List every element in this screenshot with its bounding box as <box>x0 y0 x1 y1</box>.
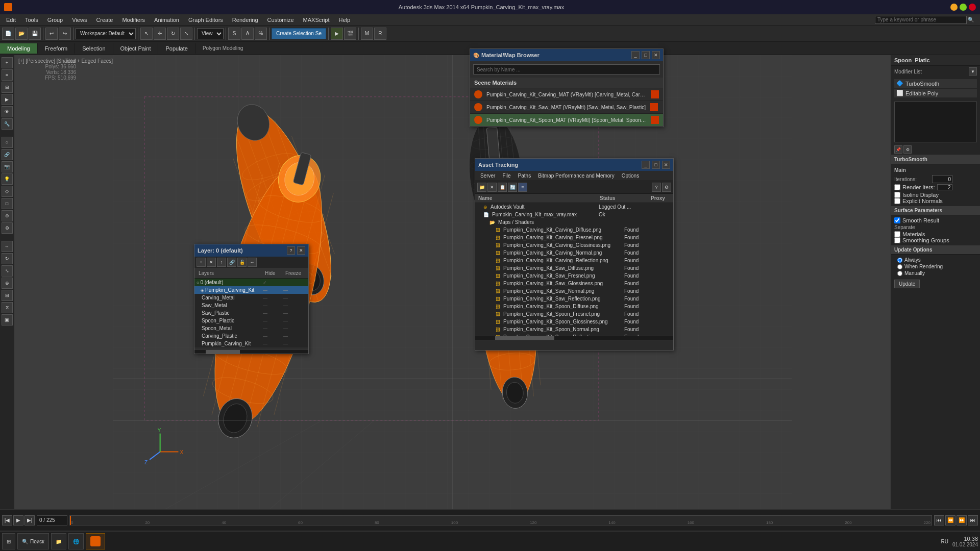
explicit-normals-checkbox[interactable] <box>894 198 900 204</box>
asset-row-carving-normal[interactable]: 🖼 Pumpkin_Carving_Kit_Carving_Normal.png… <box>475 249 673 257</box>
tab-populate[interactable]: Populate <box>158 43 195 54</box>
menu-animation[interactable]: Animation <box>150 16 183 24</box>
layer-dialog-close[interactable]: ✕ <box>297 246 305 255</box>
frame-counter[interactable]: 0 / 225 <box>37 515 67 525</box>
modify-tools[interactable]: ≡ <box>2 69 13 81</box>
layer-scrollbar[interactable] <box>194 349 308 354</box>
layer-dialog-help[interactable]: ? <box>287 246 295 255</box>
shape-tool[interactable]: □ <box>2 198 13 209</box>
materials-checkbox[interactable] <box>894 231 900 237</box>
layer-tb-create[interactable]: + <box>197 258 206 267</box>
asset-tb-help[interactable]: ? <box>652 183 661 192</box>
layer-row-carving-metal[interactable]: Carving_Metal — — <box>194 294 308 302</box>
layer-row-carving-plastic[interactable]: Carving_Plastic — — <box>194 332 308 340</box>
save-button[interactable]: 💾 <box>29 28 41 40</box>
utilities-tools[interactable]: 🔧 <box>2 118 13 130</box>
asset-row-saw-glossiness[interactable]: 🖼 Pumpkin_Carving_Kit_Saw_Glossiness.png… <box>475 280 673 287</box>
redo-button[interactable]: ↪ <box>59 28 71 40</box>
tab-freeform[interactable]: Freeform <box>38 43 76 54</box>
mat-browser-header[interactable]: 🎨 Material/Map Browser _ □ ✕ <box>470 49 663 61</box>
layer-tb-move[interactable]: ↑ <box>217 258 226 267</box>
render-setup-button[interactable]: R <box>374 28 386 40</box>
layer-tb-unlink[interactable]: 🔓 <box>237 258 247 267</box>
tab-selection[interactable]: Selection <box>75 43 113 54</box>
material-item-3[interactable]: Pumpkin_Carving_Kit_Spoon_MAT (VRayMtl) … <box>470 114 663 127</box>
workspace-dropdown[interactable]: Workspace: Default <box>76 28 136 39</box>
turbosmooth-section-header[interactable]: TurboSmooth <box>891 155 980 164</box>
maximize-button[interactable] <box>960 4 967 11</box>
play-btn[interactable]: ▶ <box>13 515 23 525</box>
explorer-btn[interactable]: 📁 <box>51 533 66 549</box>
layer-0-vis[interactable]: ✓ <box>263 280 283 285</box>
asset-tb-btn4[interactable]: 🔄 <box>508 183 517 192</box>
asset-tb-btn5[interactable]: ≡ <box>518 183 527 192</box>
pin-icon[interactable]: 📌 <box>894 145 902 154</box>
layer-row-pumpkin-kit[interactable]: Pumpkin_Carving_Kit — — <box>194 340 308 347</box>
move-button[interactable]: ✛ <box>154 28 166 40</box>
layer-row-default[interactable]: ○ 0 (default) ✓ <box>194 279 308 286</box>
geo-tool[interactable]: ◇ <box>2 186 13 197</box>
material-item-1[interactable]: Pumpkin_Carving_Kit_Carving_MAT (VRayMtl… <box>470 88 663 101</box>
asset-row-maxfile[interactable]: 📄 Pumpkin_Carving_Kit_max_vray.max Ok <box>475 211 673 218</box>
cfg-icon[interactable]: ⚙ <box>903 145 912 154</box>
layer-saw-metal-vis[interactable]: — <box>263 303 283 308</box>
menu-graph-editors[interactable]: Graph Editors <box>184 16 227 24</box>
search-taskbar-btn[interactable]: 🔍 Поиск <box>17 533 49 549</box>
menu-customize[interactable]: Customize <box>263 16 298 24</box>
layer-pumpkin-freeze[interactable]: — <box>283 288 306 293</box>
helpers-tool[interactable]: ⊕ <box>2 210 13 221</box>
asset-row-spoon-diffuse[interactable]: 🖼 Pumpkin_Carving_Kit_Spoon_Diffuse.png … <box>475 303 673 310</box>
anim-btn-1[interactable]: ⏮ <box>934 515 944 525</box>
create-tools[interactable]: + <box>2 57 13 68</box>
render-iters-input[interactable] <box>937 184 952 190</box>
search-icon[interactable]: 🔍 <box>968 17 974 22</box>
rotate-tool[interactable]: ↻ <box>2 253 13 264</box>
layer-dialog-header[interactable]: Layer: 0 (default) ? ✕ <box>194 244 308 257</box>
asset-row-spoon-glossiness[interactable]: 🖼 Pumpkin_Carving_Kit_Spoon_Glossiness.p… <box>475 318 673 325</box>
asset-row-carving-fresnel[interactable]: 🖼 Pumpkin_Carving_Kit_Carving_Fresnel.pn… <box>475 234 673 241</box>
asset-row-saw-normal[interactable]: 🖼 Pumpkin_Carving_Kit_Saw_Normal.png Fou… <box>475 287 673 295</box>
layer-carving-plastic-freeze[interactable]: — <box>283 334 306 339</box>
percent-snap[interactable]: % <box>255 28 267 40</box>
layer-saw-plastic-freeze[interactable]: — <box>283 311 306 316</box>
asset-row-vault[interactable]: ⊕ Autodesk Vault Logged Out ... <box>475 203 673 211</box>
anim-btn-4[interactable]: ⏭ <box>968 515 978 525</box>
start-button[interactable]: ⊞ <box>2 533 15 549</box>
viewport-3d[interactable]: [+] [Perspective] [Shaded + Edged Faces]… <box>14 55 891 509</box>
view-dropdown[interactable]: View <box>197 28 224 39</box>
next-frame-btn[interactable]: ▶| <box>24 515 35 525</box>
menu-views[interactable]: Views <box>68 16 91 24</box>
mat-browser-close[interactable]: ✕ <box>652 51 660 59</box>
new-button[interactable]: 📄 <box>2 28 14 40</box>
tab-modeling[interactable]: Modeling <box>0 43 38 54</box>
when-rendering-radio[interactable] <box>897 264 902 269</box>
menu-edit[interactable]: Edit <box>2 16 20 24</box>
asset-tracking-minimize[interactable]: _ <box>642 161 650 169</box>
array-tool[interactable]: ▣ <box>2 314 13 325</box>
mat-search-input[interactable] <box>473 64 660 74</box>
asset-row-saw-fresnel[interactable]: 🖼 Pumpkin_Carving_Kit_Saw_Fresnel.png Fo… <box>475 272 673 280</box>
hierarchy-tools[interactable]: ⊞ <box>2 82 13 93</box>
layer-carving-plastic-vis[interactable]: — <box>263 334 283 339</box>
asset-row-carving-diffuse[interactable]: 🖼 Pumpkin_Carving_Kit_Carving_Diffuse.pn… <box>475 226 673 234</box>
layer-row-pumpkin[interactable]: ◈ Pumpkin_Carving_Kit — — <box>194 286 308 294</box>
link-tool[interactable]: 🔗 <box>2 149 13 160</box>
smoothing-groups-checkbox[interactable] <box>894 237 900 243</box>
tab-object-paint[interactable]: Object Paint <box>113 43 159 54</box>
anim-btn-2[interactable]: ⏪ <box>945 515 955 525</box>
menu-rendering[interactable]: Rendering <box>228 16 262 24</box>
layer-scrollbar-thumb[interactable] <box>206 350 240 354</box>
layer-carving-metal-vis[interactable]: — <box>263 295 283 300</box>
render-button[interactable]: 🎬 <box>344 28 356 40</box>
mirror-tool[interactable]: ⧖ <box>2 302 13 313</box>
layer-tb-link[interactable]: 🔗 <box>227 258 236 267</box>
systems-tool[interactable]: ⚙ <box>2 222 13 234</box>
layer-carving-metal-freeze[interactable]: — <box>283 295 306 300</box>
layer-pumpkin-kit-freeze[interactable]: — <box>283 341 306 346</box>
light-tool[interactable]: 💡 <box>2 173 13 185</box>
asset-row-carving-reflection[interactable]: 🖼 Pumpkin_Carving_Kit_Carving_Reflection… <box>475 257 673 264</box>
menu-modifiers[interactable]: Modifiers <box>118 16 149 24</box>
asset-row-spoon-fresnel[interactable]: 🖼 Pumpkin_Carving_Kit_Spoon_Fresnel.png … <box>475 310 673 318</box>
layer-saw-plastic-vis[interactable]: — <box>263 311 283 316</box>
open-button[interactable]: 📂 <box>15 28 28 40</box>
